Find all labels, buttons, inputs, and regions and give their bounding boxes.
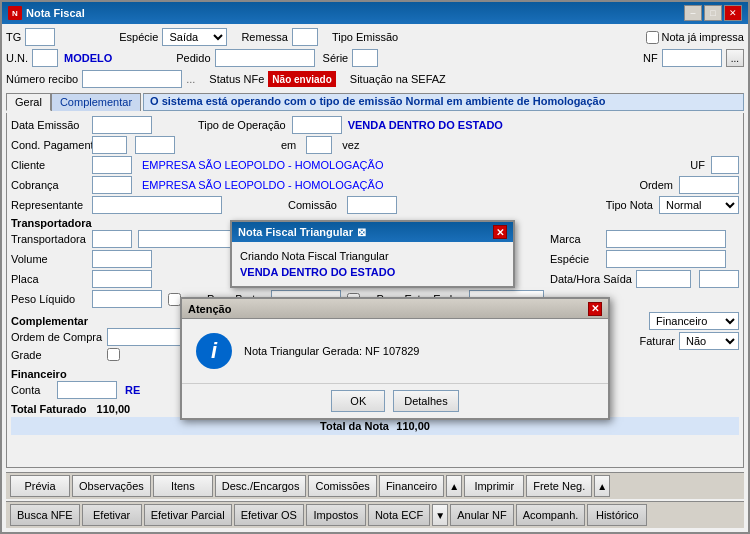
faturar-select[interactable]: Não [679, 332, 739, 350]
detalhes-button[interactable]: Detalhes [393, 390, 458, 412]
dialog-atencao-buttons: OK Detalhes [182, 383, 608, 418]
transportadora-id-input[interactable]: 1356 [92, 230, 132, 248]
placa-label: Placa [11, 273, 86, 285]
acompanh-button[interactable]: Acompanh. [516, 504, 586, 526]
grade-label: Grade [11, 349, 101, 361]
efetivar-parcial-button[interactable]: Efetivar Parcial [144, 504, 232, 526]
busca-nfe-button[interactable]: Busca NFE [10, 504, 80, 526]
nota-ecf-arr-down[interactable]: ▼ [432, 504, 448, 526]
hora-saida-input[interactable]: 14:41 [699, 270, 739, 288]
pagamento-extra-input[interactable]: 30DD [135, 136, 175, 154]
transportadora-nome-input[interactable]: TRANSPORTADOR [138, 230, 238, 248]
serie-input[interactable]: 1 [352, 49, 378, 67]
total-nota-value: 110,00 [396, 420, 430, 432]
marca-label: Marca [550, 233, 600, 245]
dialog-triangular-icon: ⊠ [357, 226, 366, 239]
cond-input[interactable]: 601 [92, 136, 127, 154]
maximize-button[interactable]: □ [704, 5, 722, 21]
frete-arr-up[interactable]: ▲ [594, 475, 610, 497]
serie-label: Série [323, 52, 349, 64]
dialog-atencao-close[interactable]: ✕ [588, 302, 602, 316]
vez-input[interactable]: 1 [306, 136, 332, 154]
marca-input[interactable] [606, 230, 726, 248]
volume-input[interactable]: 100,00 [92, 250, 152, 268]
nota-impressa-checkbox[interactable] [646, 31, 659, 44]
comissao-label: Comissão [288, 199, 337, 211]
close-button[interactable]: ✕ [724, 5, 742, 21]
comissoes-button[interactable]: Comissões [308, 475, 376, 497]
total-faturado-value: 110,00 [97, 403, 131, 415]
representante-input[interactable] [92, 196, 222, 214]
tab-geral[interactable]: Geral [6, 93, 51, 111]
tg-input[interactable]: 0 [25, 28, 55, 46]
total-faturado-label: Total Faturado [11, 403, 87, 415]
comissao-input[interactable]: 0,00% [347, 196, 397, 214]
window-title: Nota Fiscal [26, 7, 85, 19]
ordem-input[interactable] [679, 176, 739, 194]
financeiro-arr-up[interactable]: ▲ [446, 475, 462, 497]
dialog-triangular-close[interactable]: ✕ [493, 225, 507, 239]
cliente-nome: EMPRESA SÃO LEOPOLDO - HOMOLOGAÇÃO [142, 159, 383, 171]
tipo-nota-select[interactable]: Normal [659, 196, 739, 214]
financeiro-button[interactable]: Financeiro [379, 475, 444, 497]
nota-impressa-check[interactable]: Nota já impressa [646, 31, 744, 44]
un-input[interactable]: 1 [32, 49, 58, 67]
atencao-message: Nota Triangular Gerada: NF 107829 [244, 345, 420, 357]
imprimir-button[interactable]: Imprimir [464, 475, 524, 497]
efetivar-os-button[interactable]: Efetivar OS [234, 504, 304, 526]
especie-label: Espécie [119, 31, 158, 43]
impostos-button[interactable]: Impostos [306, 504, 366, 526]
cliente-label: Cliente [11, 159, 86, 171]
remessa-input[interactable] [292, 28, 318, 46]
vez-label: vez [342, 139, 359, 151]
faturar-label: Faturar [640, 335, 675, 347]
nf-browse-button[interactable]: ... [726, 49, 744, 67]
frete-neg-button[interactable]: Frete Neg. [526, 475, 592, 497]
app-icon: N [8, 6, 22, 20]
placa-input[interactable]: - [92, 270, 152, 288]
conta-input[interactable]: 01.02.01 [57, 381, 117, 399]
grade-checkbox[interactable] [107, 348, 120, 361]
un-label: U.N. [6, 52, 28, 64]
efetivar-button[interactable]: Efetivar [82, 504, 142, 526]
historico-button[interactable]: Histórico [587, 504, 647, 526]
data-saida-input[interactable]: 08/08/14 [636, 270, 691, 288]
numero-recibo-input[interactable] [82, 70, 182, 88]
ok-button[interactable]: OK [331, 390, 385, 412]
tab-complementar[interactable]: Complementar [51, 93, 141, 111]
dialog-triangular-body: Criando Nota Fiscal Triangular VENDA DEN… [232, 242, 513, 286]
uf-label: UF [690, 159, 705, 171]
dialog-atencao-body: i Nota Triangular Gerada: NF 107829 [182, 319, 608, 383]
remessa-label: Remessa [241, 31, 287, 43]
nota-ecf-button[interactable]: Nota ECF [368, 504, 430, 526]
observacoes-button[interactable]: Observações [72, 475, 151, 497]
uf-input[interactable]: RS [711, 156, 739, 174]
pedido-label: Pedido [176, 52, 210, 64]
desc-encargos-button[interactable]: Desc./Encargos [215, 475, 307, 497]
volume-label: Volume [11, 253, 86, 265]
numero-recibo-label: Número recibo [6, 73, 78, 85]
pedido-input[interactable] [215, 49, 315, 67]
especie-select[interactable]: Saída [162, 28, 227, 46]
total-nota-label: Total da Nota [320, 420, 389, 432]
dialog-atencao[interactable]: Atenção ✕ i Nota Triangular Gerada: NF 1… [180, 297, 610, 420]
nao-enviado-badge: Não enviado [268, 71, 335, 87]
nf-input[interactable]: 107828 [662, 49, 722, 67]
tipo-operacao-input[interactable]: 510.1 [292, 116, 342, 134]
especie-trans-input[interactable] [606, 250, 726, 268]
itens-button[interactable]: Itens [153, 475, 213, 497]
minimize-button[interactable]: – [684, 5, 702, 21]
dialog-triangular-title-text: Nota Fiscal Triangular [238, 226, 353, 238]
peso-liquido-input[interactable]: 0,00000 [92, 290, 162, 308]
financeiro-select[interactable]: Financeiro [649, 312, 739, 330]
anular-nf-button[interactable]: Anular NF [450, 504, 514, 526]
dialog-triangular[interactable]: Nota Fiscal Triangular ⊠ ✕ Criando Nota … [230, 220, 515, 288]
cobranca-id-input[interactable]: 1438 [92, 176, 132, 194]
status-nfe-label: Status NFe [209, 73, 264, 85]
previa-button[interactable]: Prévia [10, 475, 70, 497]
dialog-triangular-line1: Criando Nota Fiscal Triangular [240, 250, 505, 262]
data-emissao-input[interactable]: 08/08/14 [92, 116, 152, 134]
cliente-id-input[interactable]: 1438 [92, 156, 132, 174]
nf-label: NF [643, 52, 658, 64]
tg-label: TG [6, 31, 21, 43]
